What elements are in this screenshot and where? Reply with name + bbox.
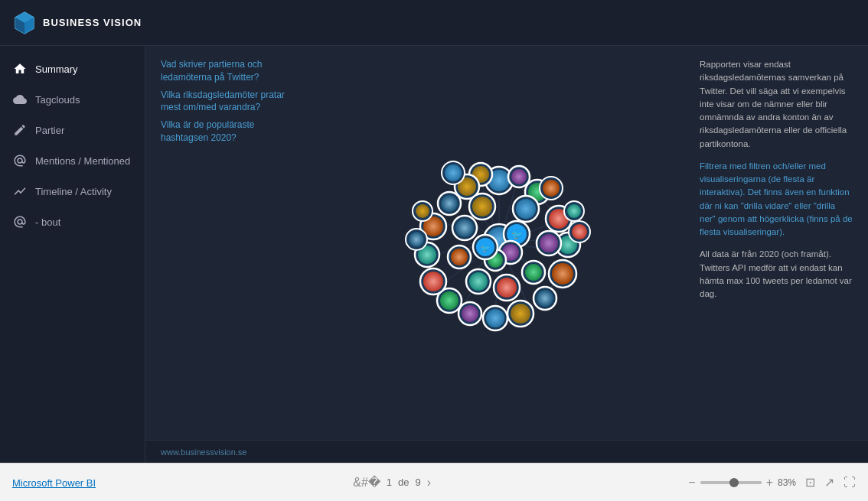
total-pages: 9 — [416, 477, 421, 488]
prev-page-button[interactable]: &#� — [353, 475, 380, 490]
svg-point-77 — [497, 278, 517, 298]
svg-text:🐦: 🐦 — [481, 243, 491, 253]
sidebar-label-timeline: Timeline / Activity — [35, 186, 112, 197]
sidebar-item-bout[interactable]: - bout — [0, 207, 145, 237]
svg-point-83 — [455, 219, 474, 237]
zoom-percent: 83% — [778, 477, 796, 488]
sidebar-label-bout: - bout — [35, 216, 60, 228]
right-paragraph-2: Filtrera med filtren och/eller med visua… — [700, 160, 853, 239]
bottom-right-controls: − + 83% ⊡ ↗ ⛶ — [688, 475, 856, 490]
left-panel: Vad skriver partierna och ledamöterna på… — [145, 46, 314, 440]
sidebar-item-partier[interactable]: Partier — [0, 115, 145, 145]
right-panel: Rapporten visar endast riksdagsledamöter… — [684, 46, 868, 440]
logo-text: BUSINESS VISION — [43, 17, 142, 28]
zoom-slider-thumb — [729, 478, 739, 487]
svg-point-67 — [441, 195, 458, 212]
zoom-controls: − + 83% — [688, 476, 796, 490]
svg-point-71 — [516, 199, 536, 219]
svg-point-73 — [540, 234, 558, 252]
power-bi-link-container: Microsoft Power BI — [12, 476, 96, 490]
nav-link-3[interactable]: Vilka är de populäraste hashtagsen 2020? — [161, 119, 299, 145]
sidebar-item-summary[interactable]: Summary — [0, 54, 145, 84]
svg-point-85 — [472, 197, 492, 216]
svg-text:🐦: 🐦 — [511, 229, 523, 240]
nav-link-1[interactable]: Vad skriver partierna och ledamöterna på… — [161, 58, 299, 84]
sidebar-item-tagclouds[interactable]: Tagclouds — [0, 84, 145, 115]
footer-url: www.businessvision.se — [161, 447, 247, 457]
at2-icon — [12, 214, 28, 229]
svg-point-61 — [423, 272, 443, 291]
svg-point-103 — [543, 180, 560, 197]
logo-icon — [12, 11, 37, 35]
svg-point-53 — [511, 304, 530, 324]
bottom-bar: Microsoft Power BI &#� 1 de 9 › − + 83% … — [0, 463, 868, 501]
current-page: 1 — [387, 477, 392, 488]
zoom-in-button[interactable]: + — [766, 476, 773, 490]
sidebar-label-summary: Summary — [35, 63, 78, 75]
share-button[interactable]: ↗ — [824, 475, 834, 490]
svg-point-107 — [416, 204, 429, 218]
svg-point-99 — [572, 224, 587, 239]
logo: BUSINESS VISION — [12, 11, 142, 35]
cloud-icon — [12, 92, 28, 107]
sidebar-item-mentions[interactable]: Mentions / Mentioned — [0, 145, 145, 176]
zoom-slider-track — [700, 481, 762, 484]
nav-link-2[interactable]: Vilka riksdagsledamöter pratar mest om/m… — [161, 89, 299, 115]
at-icon — [12, 153, 28, 168]
page-footer: www.businessvision.se — [145, 440, 868, 463]
fit-to-window-button[interactable]: ⊡ — [805, 475, 815, 490]
timeline-icon — [12, 184, 28, 199]
right-paragraph-1: Rapporten visar endast riksdagsledamöter… — [700, 58, 853, 151]
svg-point-51 — [537, 290, 553, 307]
svg-point-57 — [462, 305, 478, 322]
svg-point-75 — [525, 264, 542, 281]
svg-point-55 — [486, 309, 504, 327]
network-visualization: 🐦 🐦 — [314, 46, 684, 440]
edit-icon — [12, 122, 28, 138]
main-layout: Summary Tagclouds Partier — [0, 46, 868, 463]
network-svg: 🐦 🐦 — [377, 121, 622, 366]
home-icon — [12, 61, 28, 76]
page-separator: de — [398, 477, 409, 488]
content-area: Vad skriver partierna och ledamöterna på… — [145, 46, 868, 463]
svg-point-59 — [440, 291, 458, 310]
sidebar-label-tagclouds: Tagclouds — [35, 94, 80, 106]
svg-point-101 — [567, 204, 581, 218]
right-paragraph-3: All data är från 2020 (och framåt). Twit… — [700, 248, 853, 301]
sidebar-label-mentions: Mentions / Mentioned — [35, 155, 130, 167]
main-content: Vad skriver partierna och ledamöterna på… — [145, 46, 868, 440]
svg-point-79 — [469, 272, 488, 291]
svg-point-49 — [552, 263, 573, 285]
top-bar: BUSINESS VISION — [0, 0, 868, 46]
svg-point-41 — [511, 169, 527, 184]
sidebar-item-timeline[interactable]: Timeline / Activity — [0, 176, 145, 207]
svg-point-81 — [451, 249, 468, 265]
power-bi-link[interactable]: Microsoft Power BI — [12, 477, 96, 489]
page-navigation: &#� 1 de 9 › — [353, 475, 431, 490]
sidebar: Summary Tagclouds Partier — [0, 46, 145, 463]
sidebar-label-partier: Partier — [35, 125, 64, 136]
zoom-out-button[interactable]: − — [688, 476, 695, 490]
svg-point-109 — [445, 164, 462, 181]
svg-point-105 — [409, 232, 424, 247]
next-page-button[interactable]: › — [427, 476, 431, 490]
zoom-slider[interactable] — [700, 481, 762, 484]
fullscreen-button[interactable]: ⛶ — [844, 476, 856, 490]
